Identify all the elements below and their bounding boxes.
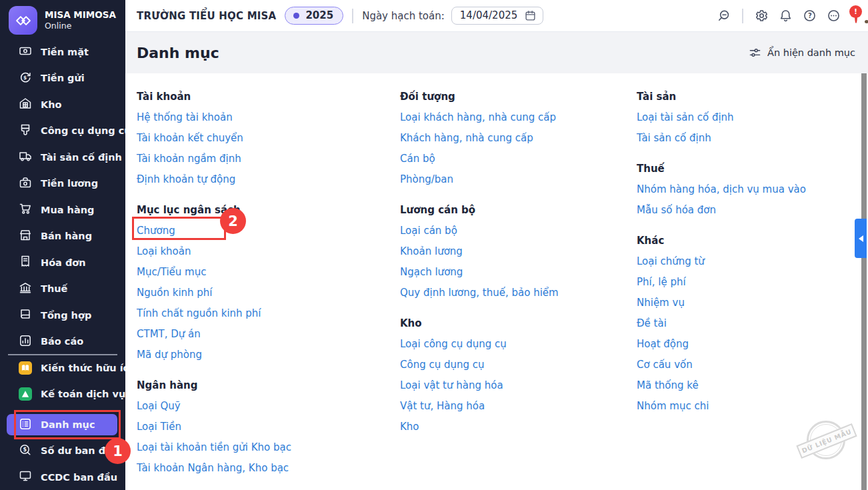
sidebar-item-label: Danh mục (41, 419, 95, 430)
catalog-group-muc-luc-ngan-sach: Mục lục ngân sách Chương Loại khoản Mục/… (137, 200, 400, 365)
catalog-link[interactable]: Công cụ dụng cụ (400, 355, 485, 375)
catalog-link[interactable]: Khoản lương (400, 241, 463, 262)
sidebar-item-label: Kiến thức hữu ích (41, 363, 136, 373)
catalog-link[interactable]: Tài khoản ngầm định (137, 149, 241, 169)
deposit-icon: $ (19, 71, 32, 86)
bell-icon[interactable] (779, 9, 793, 23)
sidebar-item-ccdc-ban-dau[interactable]: CCDC ban đầu (0, 464, 125, 490)
sidebar-item-tien-mat[interactable]: Tiền mặt (0, 39, 125, 65)
catalog-link[interactable]: CTMT, Dự án (137, 324, 201, 345)
catalog-link[interactable]: Hoạt động (637, 334, 689, 355)
catalog-link[interactable]: Nguồn kinh phí (137, 283, 213, 303)
year-dot-icon (293, 13, 299, 19)
catalog-link[interactable]: Khách hàng, nhà cung cấp (400, 128, 533, 149)
catalog-link[interactable]: Tài sản cố định (637, 128, 711, 149)
briefcase-icon (19, 176, 32, 191)
catalog-link[interactable]: Mã dự phòng (137, 345, 202, 365)
fiscal-year-value: 2025 (305, 9, 333, 21)
catalog-link[interactable]: Định khoản tự động (137, 169, 235, 190)
catalog-link[interactable]: Loại tài khoản tiền gửi Kho bạc (137, 437, 291, 458)
catalog-link[interactable]: Loại vật tư hàng hóa (400, 375, 503, 396)
catalog-group-thue: Thuế Nhóm hàng hóa, dịch vụ mua vào Mẫu … (637, 159, 868, 221)
catalog-link[interactable]: Quy định lương, thuế, bảo hiểm (400, 283, 559, 303)
sidebar-item-tien-luong[interactable]: Tiền lương (0, 171, 125, 197)
sidebar-item-thue[interactable]: Thuế (0, 276, 125, 303)
catalog-link[interactable]: Loại khoản (137, 241, 191, 262)
catalog-link[interactable]: Tài khoản Ngân hàng, Kho bạc (137, 458, 289, 479)
catalog-group-kho: Kho Loại công cụ dụng cụ Công cụ dụng cụ… (400, 313, 637, 437)
catalog-link[interactable]: Mục/Tiểu mục (137, 262, 207, 283)
catalog-link[interactable]: Loại khách hàng, nhà cung cấp (400, 107, 556, 128)
catalog-link[interactable]: Nhiệm vụ (637, 293, 685, 313)
catalog-link[interactable]: Phòng/ban (400, 169, 453, 190)
sidebar-item-label: Công cụ dụng cụ (41, 125, 131, 136)
catalog-group-khac: Khác Loại chứng từ Phí, lệ phí Nhiệm vụ … (637, 231, 868, 417)
catalog-link[interactable]: Vật tư, Hàng hóa (400, 396, 485, 417)
vertical-scrollbar[interactable] (861, 73, 867, 490)
gear-icon[interactable] (755, 9, 769, 23)
catalog-link[interactable]: Mẫu số hóa đơn (637, 200, 716, 221)
catalog-column-3: Tài sản Loại tài sản cố định Tài sản cố … (637, 87, 868, 490)
sidebar-item-tong-hop[interactable]: Tổng hợp (0, 302, 125, 329)
catalog-column-2: Đối tượng Loại khách hàng, nhà cung cấp … (400, 87, 637, 490)
sidebar-item-ke-toan-dich-vu[interactable]: Kế toán dịch vụ (0, 381, 125, 408)
notification-badge: ! (849, 5, 862, 18)
catalog-group-ngan-hang: Ngân hàng Loại Quỹ Loại Tiền Loại tài kh… (137, 375, 400, 479)
catalog-link[interactable]: Mã thống kê (637, 375, 699, 396)
organization-name: TRƯỜNG TIỂU HỌC MISA (137, 10, 276, 22)
user-avatar[interactable]: ! (855, 9, 857, 22)
brand: MISA MIMOSA Online (0, 0, 125, 39)
catalog-link[interactable]: Tài khoản kết chuyển (137, 128, 243, 149)
sidebar-item-bao-cao[interactable]: Báo cáo (0, 329, 125, 355)
catalog-link[interactable]: Loại chứng từ (637, 251, 705, 272)
catalog-group-luong-can-bo: Lương cán bộ Loại cán bộ Khoản lương Ngạ… (400, 200, 637, 303)
sidebar-item-label: CCDC ban đầu (41, 472, 117, 483)
sidebar-item-cong-cu-dung-cu[interactable]: Công cụ dụng cụ (0, 118, 125, 145)
sidebar-item-ban-hang[interactable]: Bán hàng (0, 223, 125, 250)
sidebar-item-tai-san-co-dinh[interactable]: Tài sản cố định (0, 144, 125, 171)
cash-icon (19, 44, 32, 59)
sidebar-item-tien-gui[interactable]: $ Tiền gửi (0, 65, 125, 92)
knowledge-icon (19, 361, 32, 375)
sidebar-item-danh-muc[interactable]: Danh mục (7, 414, 117, 435)
catalog-link[interactable]: Loại tài sản cố định (637, 107, 734, 128)
catalog-link[interactable]: Phí, lệ phí (637, 272, 686, 293)
truck-icon (19, 149, 32, 165)
catalog-link[interactable]: Hệ thống tài khoản (137, 107, 233, 128)
invoice-icon (19, 255, 32, 270)
catalog-link[interactable]: Ngạch lương (400, 262, 463, 283)
bank-icon (19, 281, 32, 297)
catalog-link[interactable]: Nhóm hàng hóa, dịch vụ mua vào (637, 179, 806, 200)
posting-date-field[interactable]: 14/04/2025 (451, 7, 543, 25)
group-title: Mục lục ngân sách (137, 200, 400, 221)
catalog-link[interactable]: Kho (400, 417, 419, 437)
catalog-link[interactable]: Tính chất nguồn kinh phí (137, 303, 261, 324)
catalog-link[interactable]: Cơ cấu vốn (637, 355, 693, 375)
group-title: Kho (400, 313, 637, 334)
catalog-link[interactable]: Cán bộ (400, 149, 435, 169)
catalog-link[interactable]: Đề tài (637, 313, 667, 334)
sidebar-item-kho[interactable]: Kho (0, 91, 125, 118)
toggle-catalog-label: Ẩn hiện danh mục (767, 47, 855, 58)
catalog-link[interactable]: Nhóm mục chi (637, 396, 709, 417)
monitor-icon (19, 469, 32, 485)
catalog-link[interactable]: Loại Tiền (137, 417, 181, 437)
page-title: Danh mục (137, 45, 219, 61)
sidebar-item-hoa-don[interactable]: Hóa đơn (0, 249, 125, 276)
sidebar-item-mua-hang[interactable]: Mua hàng (0, 197, 125, 223)
catalog-link-chuong[interactable]: Chương (137, 221, 175, 241)
more-icon[interactable] (827, 9, 841, 23)
catalog-link[interactable]: Loại cán bộ (400, 221, 457, 241)
catalog-link[interactable]: Loại Quỹ (137, 396, 181, 417)
group-title: Khác (637, 231, 868, 251)
catalog-link[interactable]: Loại công cụ dụng cụ (400, 334, 507, 355)
fiscal-year-pill[interactable]: 2025 (285, 7, 343, 25)
sidebar-item-kien-thuc-huu-ich[interactable]: Kiến thức hữu ích (0, 355, 125, 381)
search-icon[interactable] (717, 9, 731, 23)
help-icon[interactable]: ? (803, 9, 817, 23)
group-title: Thuế (637, 159, 868, 179)
collapse-panel-tab[interactable] (855, 219, 867, 258)
sidebar-item-label: Tổng hợp (41, 310, 91, 321)
sidebar-item-label: Tiền gửi (41, 73, 85, 83)
toggle-catalog-button[interactable]: Ẩn hiện danh mục (749, 47, 855, 59)
